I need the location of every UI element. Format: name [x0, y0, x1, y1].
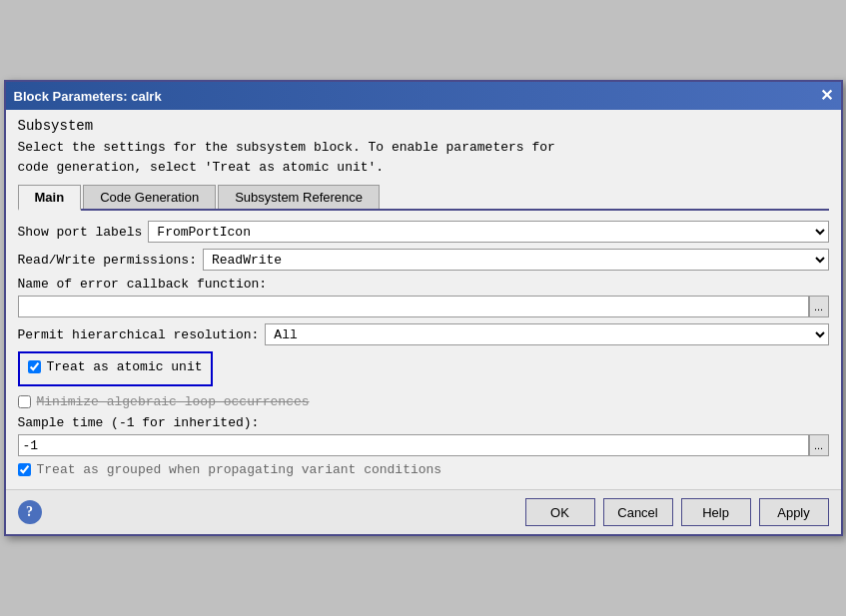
subsystem-title: Subsystem [18, 118, 829, 134]
help-icon-button[interactable]: ? [18, 500, 42, 524]
sample-time-label: Sample time (-1 for inherited): [18, 415, 829, 430]
tab-main[interactable]: Main [18, 185, 82, 211]
treat-grouped-row: Treat as grouped when propagating varian… [18, 462, 829, 477]
treat-atomic-checkbox[interactable] [28, 360, 41, 373]
tab-subsystem-reference[interactable]: Subsystem Reference [218, 185, 380, 209]
treat-grouped-checkbox[interactable] [18, 463, 31, 476]
read-write-select[interactable]: ReadWrite [203, 249, 829, 271]
error-callback-row: ... [18, 296, 829, 317]
dialog-title: Block Parameters: calrk [14, 89, 162, 104]
show-port-labels-select[interactable]: FromPortIcon [148, 221, 828, 243]
error-callback-ellipsis-button[interactable]: ... [809, 296, 829, 317]
description-text: Select the settings for the subsystem bl… [18, 138, 829, 177]
permit-hierarchical-row: Permit hierarchical resolution: All [18, 323, 829, 345]
permit-hierarchical-select[interactable]: All [265, 323, 828, 345]
permit-hierarchical-label: Permit hierarchical resolution: [18, 327, 260, 342]
sample-time-row: ... [18, 434, 829, 456]
help-button[interactable]: Help [681, 498, 751, 526]
apply-button[interactable]: Apply [759, 498, 829, 526]
error-callback-input-group: ... [18, 296, 829, 317]
sample-time-input[interactable] [18, 434, 809, 456]
minimize-algebraic-row: Minimize algebraic loop occurrences [18, 394, 829, 409]
treat-grouped-label: Treat as grouped when propagating varian… [37, 462, 442, 477]
tab-bar: Main Code Generation Subsystem Reference [18, 185, 829, 211]
sample-time-input-group: ... [18, 434, 829, 456]
minimize-algebraic-label: Minimize algebraic loop occurrences [37, 394, 310, 409]
ok-button[interactable]: OK [525, 498, 595, 526]
treat-atomic-label: Treat as atomic unit [47, 359, 203, 374]
read-write-row: Read/Write permissions: ReadWrite [18, 249, 829, 271]
bottom-button-bar: ? OK Cancel Help Apply [6, 489, 841, 534]
error-callback-label: Name of error callback function: [18, 277, 829, 292]
title-bar: Block Parameters: calrk ✕ [6, 82, 841, 110]
error-callback-input[interactable] [18, 296, 809, 317]
tab-code-generation[interactable]: Code Generation [83, 185, 216, 209]
sample-time-ellipsis-button[interactable]: ... [809, 434, 829, 456]
close-button[interactable]: ✕ [820, 88, 833, 104]
treat-atomic-row: Treat as atomic unit [28, 359, 203, 374]
minimize-algebraic-checkbox[interactable] [18, 395, 31, 408]
show-port-labels-label: Show port labels [18, 225, 143, 240]
read-write-label: Read/Write permissions: [18, 253, 197, 268]
show-port-labels-row: Show port labels FromPortIcon [18, 221, 829, 243]
block-parameters-dialog: Block Parameters: calrk ✕ Subsystem Sele… [4, 80, 843, 536]
dialog-body: Subsystem Select the settings for the su… [6, 110, 841, 489]
cancel-button[interactable]: Cancel [603, 498, 673, 526]
atomic-unit-highlight-box: Treat as atomic unit [18, 351, 213, 386]
